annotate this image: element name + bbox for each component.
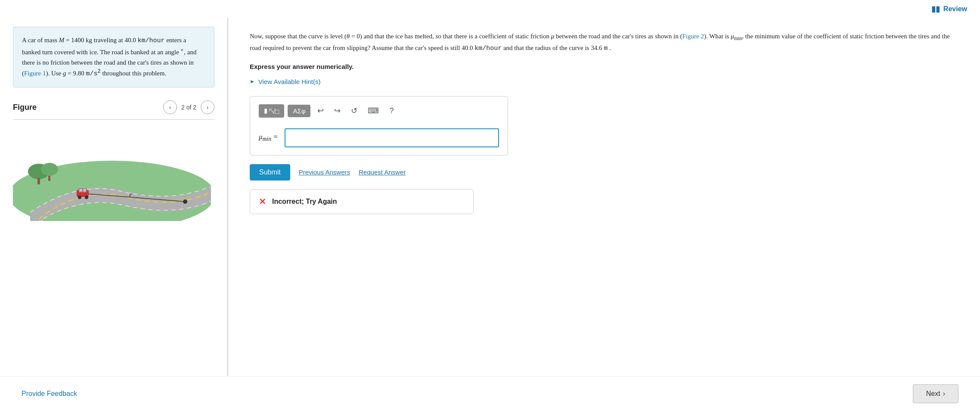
figure-title: Figure [13, 103, 37, 112]
svg-point-10 [183, 199, 187, 204]
figure-prev-button[interactable]: ‹ [163, 100, 177, 114]
refresh-button[interactable]: ↺ [347, 104, 361, 117]
svg-point-6 [78, 196, 81, 199]
svg-rect-14 [48, 176, 50, 181]
redo-icon: ↪ [334, 106, 341, 115]
review-button[interactable]: ▮▮ Review [931, 4, 967, 14]
incorrect-icon: ✕ [259, 196, 266, 207]
math-button[interactable]: ▮ n√□ [259, 104, 284, 118]
keyboard-button[interactable]: ⌨ [364, 104, 382, 117]
right-panel: Now, suppose that the curve is level (θ … [228, 18, 980, 376]
left-panel: A car of mass M = 1400 kg traveling at 4… [0, 18, 228, 376]
svg-point-7 [85, 196, 88, 199]
svg-rect-5 [83, 189, 86, 192]
next-arrow-icon: › [943, 390, 945, 398]
mu-label: μmin = [259, 133, 278, 143]
main-layout: A car of mass M = 1400 kg traveling at 4… [0, 18, 980, 376]
previous-answers-link[interactable]: Previous Answers [299, 168, 350, 176]
previous-answers-label: Previous Answers [299, 168, 350, 176]
figure-section: Figure ‹ 2 of 2 › [13, 100, 214, 223]
math-label: n√□ [269, 107, 279, 115]
view-hints-button[interactable]: ► View Available Hint(s) [250, 78, 958, 85]
next-button[interactable]: Next › [913, 384, 958, 403]
greek-label: ΑΣφ [293, 107, 305, 115]
answer-box: ▮ n√□ ΑΣφ ↩ ↪ ↺ ⌨ ? [250, 96, 508, 156]
toolbar: ▮ n√□ ΑΣφ ↩ ↪ ↺ ⌨ ? [259, 104, 499, 122]
view-hints-label: View Available Hint(s) [258, 78, 321, 85]
keyboard-icon: ⌨ [368, 106, 379, 115]
math-icon: ▮ [264, 107, 267, 115]
feedback-text: Incorrect; Try Again [272, 198, 337, 206]
undo-icon: ↩ [317, 106, 324, 115]
figure-divider [13, 119, 214, 120]
problem-intro-text: A car of mass M = 1400 kg traveling at 4… [22, 37, 197, 77]
hint-triangle-icon: ► [250, 78, 255, 84]
review-icon: ▮▮ [931, 4, 940, 14]
request-answer-link[interactable]: Request Answer [359, 168, 406, 176]
problem-intro-box: A car of mass M = 1400 kg traveling at 4… [13, 27, 214, 87]
help-button[interactable]: ? [386, 105, 397, 117]
express-answer-text: Express your answer numerically. [250, 63, 958, 70]
figure-next-button[interactable]: › [201, 100, 214, 114]
svg-rect-13 [37, 178, 40, 184]
svg-rect-4 [79, 189, 82, 192]
review-label: Review [943, 5, 967, 13]
figure-image: r [13, 126, 211, 221]
figure1-link[interactable]: Figure 1 [24, 70, 46, 77]
answer-input[interactable] [285, 128, 499, 147]
undo-button[interactable]: ↩ [314, 104, 327, 117]
problem-text: Now, suppose that the curve is level (θ … [250, 31, 958, 54]
greek-button[interactable]: ΑΣφ [288, 105, 310, 117]
figure-header: Figure ‹ 2 of 2 › [13, 100, 214, 114]
next-label: Next [926, 390, 940, 398]
feedback-box: ✕ Incorrect; Try Again [250, 189, 474, 214]
submit-row: Submit Previous Answers Request Answer [250, 164, 958, 181]
input-row: μmin = [259, 128, 499, 147]
request-answer-label: Request Answer [359, 168, 406, 176]
bottom-bar: Provide Feedback Next › [0, 376, 980, 411]
svg-point-12 [41, 163, 58, 176]
figure-nav: ‹ 2 of 2 › [163, 100, 214, 114]
provide-feedback-link[interactable]: Provide Feedback [22, 390, 77, 398]
redo-button[interactable]: ↪ [331, 104, 344, 117]
top-bar: ▮▮ Review [0, 0, 980, 18]
refresh-icon: ↺ [351, 106, 357, 115]
help-icon: ? [389, 106, 394, 115]
submit-button[interactable]: Submit [250, 164, 290, 181]
svg-text:r: r [129, 191, 132, 199]
figure-counter: 2 of 2 [181, 104, 196, 111]
submit-label: Submit [259, 168, 281, 176]
figure2-link[interactable]: Figure 2 [682, 33, 704, 40]
provide-feedback-label: Provide Feedback [22, 390, 77, 397]
